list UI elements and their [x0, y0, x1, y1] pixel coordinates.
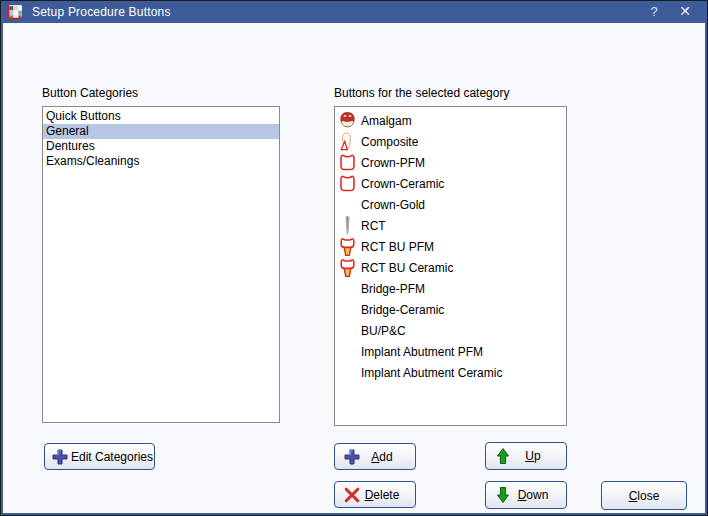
- procedure-item-label: Implant Abutment Ceramic: [361, 366, 502, 380]
- category-item-dentures[interactable]: Dentures: [43, 139, 279, 154]
- icon-spacer: [338, 363, 357, 383]
- close-label-rest: lose: [637, 489, 659, 503]
- button-categories-label: Button Categories: [42, 86, 138, 100]
- icon-spacer: [338, 279, 357, 299]
- procedure-item-composite[interactable]: Composite: [335, 131, 566, 152]
- category-item-exams-cleanings[interactable]: Exams/Cleanings: [43, 154, 279, 169]
- down-button-label: Down: [518, 488, 549, 502]
- edit-categories-button-label: Edit Categories: [71, 450, 153, 464]
- procedure-item-crown-ceramic[interactable]: Crown-Ceramic: [335, 173, 566, 194]
- procedure-item-crown-pfm[interactable]: Crown-PFM: [335, 152, 566, 173]
- icon-spacer: [338, 321, 357, 341]
- crown-outline-icon: [338, 153, 357, 173]
- close-button-label: Close: [629, 489, 660, 503]
- delete-label-rest: elete: [373, 488, 399, 502]
- up-button[interactable]: Up: [485, 442, 567, 470]
- buttons-for-category-label: Buttons for the selected category: [334, 86, 509, 100]
- dialog-body: Button Categories Quick Buttons General …: [3, 23, 705, 513]
- icon-spacer: [338, 342, 357, 362]
- red-x-icon: [343, 486, 361, 504]
- delete-mnemonic: D: [365, 488, 374, 502]
- delete-button-label: Delete: [365, 488, 400, 502]
- crown-outline-icon: [338, 174, 357, 194]
- down-button[interactable]: Down: [485, 481, 567, 509]
- down-label-rest: own: [526, 488, 548, 502]
- window-title: Setup Procedure Buttons: [32, 5, 171, 19]
- up-button-label: Up: [525, 449, 540, 463]
- procedure-item-bridge-ceramic[interactable]: Bridge-Ceramic: [335, 299, 566, 320]
- procedure-item-bu-pc[interactable]: BU/P&C: [335, 320, 566, 341]
- procedure-item-label: BU/P&C: [361, 324, 406, 338]
- procedure-item-label: Bridge-Ceramic: [361, 303, 444, 317]
- procedure-item-amalgam[interactable]: Amalgam: [335, 110, 566, 131]
- category-item-quick-buttons[interactable]: Quick Buttons: [43, 109, 279, 124]
- up-label-rest: p: [534, 449, 541, 463]
- procedure-item-implant-abutment-pfm[interactable]: Implant Abutment PFM: [335, 341, 566, 362]
- procedure-item-label: Implant Abutment PFM: [361, 345, 483, 359]
- procedure-item-bridge-pfm[interactable]: Bridge-PFM: [335, 278, 566, 299]
- procedure-item-label: Bridge-PFM: [361, 282, 425, 296]
- composite-tooth-icon: [338, 132, 357, 152]
- procedure-item-label: Crown-Ceramic: [361, 177, 444, 191]
- procedure-item-rct-bu-pfm[interactable]: RCT BU PFM: [335, 236, 566, 257]
- button-categories-listbox[interactable]: Quick Buttons General Dentures Exams/Cle…: [42, 106, 280, 423]
- setup-procedure-buttons-dialog: Setup Procedure Buttons ? ✕ Button Categ…: [0, 0, 708, 516]
- rct-file-icon: [338, 216, 357, 236]
- procedure-item-label: RCT: [361, 219, 386, 233]
- plus-icon: [343, 448, 361, 466]
- green-down-arrow-icon: [494, 486, 512, 504]
- procedure-buttons-listbox[interactable]: Amalgam Composite Crown-PFM Crown-Cerami…: [334, 106, 567, 426]
- green-up-arrow-icon: [494, 447, 512, 465]
- plus-icon: [51, 448, 69, 466]
- rct-buildup-crown-icon: [338, 237, 357, 257]
- procedure-item-rct-bu-ceramic[interactable]: RCT BU Ceramic: [335, 257, 566, 278]
- titlebar[interactable]: Setup Procedure Buttons ? ✕: [1, 1, 707, 23]
- procedure-buttons-app-icon: [7, 4, 23, 20]
- amalgam-tooth-icon: [338, 111, 357, 131]
- up-mnemonic: U: [525, 449, 534, 463]
- procedure-item-label: Crown-Gold: [361, 198, 425, 212]
- add-button[interactable]: Add: [334, 443, 416, 470]
- close-window-button[interactable]: ✕: [676, 3, 694, 19]
- help-button[interactable]: ?: [646, 4, 662, 19]
- close-button[interactable]: Close: [601, 481, 687, 510]
- procedure-item-crown-gold[interactable]: Crown-Gold: [335, 194, 566, 215]
- edit-categories-button[interactable]: Edit Categories: [44, 443, 155, 470]
- procedure-item-rct[interactable]: RCT: [335, 215, 566, 236]
- category-item-general-selected[interactable]: General: [43, 124, 279, 139]
- add-label-rest: dd: [379, 450, 392, 464]
- procedure-item-label: Composite: [361, 135, 418, 149]
- rct-buildup-crown-icon: [338, 258, 357, 278]
- icon-spacer: [338, 195, 357, 215]
- icon-spacer: [338, 300, 357, 320]
- procedure-item-label: Amalgam: [361, 114, 412, 128]
- procedure-item-label: RCT BU Ceramic: [361, 261, 453, 275]
- procedure-item-label: Crown-PFM: [361, 156, 425, 170]
- procedure-item-implant-abutment-ceramic[interactable]: Implant Abutment Ceramic: [335, 362, 566, 383]
- add-button-label: Add: [371, 450, 392, 464]
- procedure-item-label: RCT BU PFM: [361, 240, 434, 254]
- delete-button[interactable]: Delete: [334, 481, 416, 508]
